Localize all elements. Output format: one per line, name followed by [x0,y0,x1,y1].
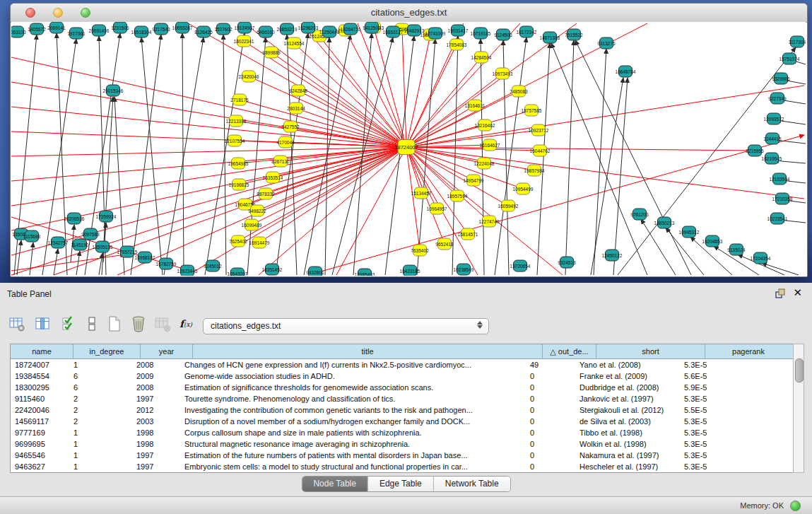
table-scrollbar[interactable] [793,344,804,473]
table-row[interactable]: 977716911998Corpus callosum shape and si… [11,427,793,438]
table-cell[interactable]: 0 [526,461,575,472]
table-cell[interactable]: 1 [69,438,132,450]
table-cell[interactable]: 19384554 [11,370,69,382]
table-cell[interactable]: 0 [526,404,575,416]
citation-network-graph[interactable]: 1872400722420046271817612213398121075541… [11,22,806,276]
column-header-title[interactable]: title [193,344,543,358]
table-cell[interactable]: Stergiakouli et al. (2012) [575,404,680,416]
table-cell[interactable]: 18300295 [11,382,69,393]
table-cell[interactable]: Dudbridge et al. (2008) [575,382,680,393]
table-cell[interactable]: 18724007 [11,359,69,370]
table-row[interactable]: 911546021997Tourette syndrome. Phenomeno… [11,393,793,404]
table-cell[interactable]: Tourette syndrome. Phenomenology and cla… [180,393,526,404]
function-builder-button[interactable]: f (x) [177,314,199,334]
table-cell[interactable]: 49 [526,359,575,370]
table-row[interactable]: 969969511998Structural magnetic resonanc… [11,438,793,450]
column-header-short[interactable]: short [596,344,705,358]
table-cell[interactable]: 0 [526,393,575,404]
table-cell[interactable]: 9777169 [11,427,69,438]
table-cell[interactable]: Investigating the contribution of common… [180,404,526,416]
table-cell[interactable]: 5.3E-5 [680,359,762,370]
table-cell[interactable]: 9115460 [11,393,69,404]
column-header-year[interactable]: year [141,344,193,358]
table-row[interactable]: 946554611997Estimation of the future num… [11,450,793,461]
table-row[interactable]: 946362711997Embryonic stem cells: a mode… [11,461,793,472]
table-cell[interactable]: Nakamura et al. (1997) [575,450,680,461]
table-cell[interactable]: Changes of HCN gene expression and I(f) … [180,359,526,370]
table-cell[interactable]: Embryonic stem cells: a model to study s… [180,461,526,472]
table-cell[interactable]: 5.3E-5 [680,461,762,472]
table-cell[interactable]: 1 [69,461,132,472]
table-cell[interactable]: 1998 [132,427,180,438]
tab-node-table[interactable]: Node Table [302,477,368,491]
table-cell[interactable]: Jankovic et al. (1997) [575,393,680,404]
network-canvas[interactable]: 1872400722420046271817612213398121075541… [11,22,806,276]
table-cell[interactable]: 5.3E-5 [680,450,762,461]
table-cell[interactable]: Corpus callosum shape and size in male p… [180,427,526,438]
table-cell[interactable]: 5.3E-5 [680,416,762,427]
table-cell[interactable]: 1 [69,359,132,370]
tab-network-table[interactable]: Network Table [434,477,510,491]
close-panel-icon[interactable]: ✕ [793,286,802,299]
table-cell[interactable]: 0 [526,427,575,438]
column-header-out_de[interactable]: △ out_de... [543,344,596,358]
float-panel-icon[interactable] [775,288,785,298]
tab-edge-table[interactable]: Edge Table [368,477,434,491]
table-cell[interactable]: 2003 [132,416,180,427]
table-cell[interactable]: 1 [69,450,132,461]
table-cell[interactable]: 5.6E-5 [680,370,762,382]
table-cell[interactable]: 6 [69,382,132,393]
table-cell[interactable]: 2 [69,404,132,416]
table-row[interactable]: 1872400712008Changes of HCN gene express… [11,359,793,370]
table-cell[interactable]: Estimation of the future numbers of pati… [180,450,526,461]
table-select-dropdown[interactable]: citations_edges.txt [203,318,489,334]
table-row[interactable]: 1938455462009Genome-wide association stu… [11,370,793,382]
delete-table-button[interactable] [129,314,148,334]
table-mode-button[interactable] [7,314,27,334]
table-cell[interactable]: 22420046 [11,404,69,416]
table-cell[interactable]: 5.5E-5 [680,404,762,416]
table-cell[interactable]: 0 [526,370,575,382]
table-cell[interactable]: 14569117 [11,416,69,427]
create-table-button[interactable] [105,314,124,334]
table-cell[interactable]: 1998 [132,438,180,450]
table-cell[interactable]: 2009 [132,370,180,382]
table-row[interactable]: 2242004622012Investigating the contribut… [11,404,793,416]
table-cell[interactable]: 2012 [132,404,180,416]
table-cell[interactable]: 2 [69,393,132,404]
table-row[interactable]: 1456911722003Disruption of a novel membe… [11,416,793,427]
select-columns-button[interactable] [59,314,79,334]
table-cell[interactable]: 9465546 [11,450,69,461]
table-cell[interactable]: Structural magnetic resonance image aver… [180,438,526,450]
table-cell[interactable]: 1997 [132,393,180,404]
row-options-button[interactable] [82,314,102,334]
table-cell[interactable]: 2 [69,416,132,427]
table-cell[interactable]: 5.9E-5 [680,382,762,393]
table-cell[interactable]: 6 [69,370,132,382]
table-cell[interactable]: 9699695 [11,438,69,450]
table-cell[interactable]: 0 [526,450,575,461]
column-header-name[interactable]: name [11,344,73,358]
window-titlebar[interactable]: citations_edges.txt [11,4,807,23]
table-cell[interactable]: 9463627 [11,461,69,472]
table-cell[interactable]: 0 [526,438,575,450]
table-cell[interactable]: Tibbo et al. (1998) [575,427,680,438]
table-cell[interactable]: Estimation of significance thresholds fo… [180,382,526,393]
column-header-pagerank[interactable]: pagerank [705,344,792,358]
table-cell[interactable]: de Silva et al. (2003) [575,416,680,427]
table-cell[interactable]: Yano et al. (2008) [575,359,680,370]
column-header-in_degree[interactable]: in_degree [73,344,141,358]
table-cell[interactable]: 1997 [132,450,180,461]
table-cell[interactable]: 0 [526,416,575,427]
table-row[interactable]: 1830029562008Estimation of significance … [11,382,793,393]
table-cell[interactable]: 0 [526,382,575,393]
table-cell[interactable]: Wolkin et al. (1998) [575,438,680,450]
show-columns-button[interactable] [33,314,52,334]
table-cell[interactable]: Franke et al. (2009) [575,370,680,382]
table-cell[interactable]: 2008 [132,359,180,370]
table-cell[interactable]: Disruption of a novel member of a sodium… [180,416,526,427]
table-cell[interactable]: 2008 [132,382,180,393]
table-cell[interactable]: 1 [69,427,132,438]
table-cell[interactable]: Hescheler et al. (1997) [575,461,680,472]
table-cell[interactable]: 5.3E-5 [680,427,762,438]
